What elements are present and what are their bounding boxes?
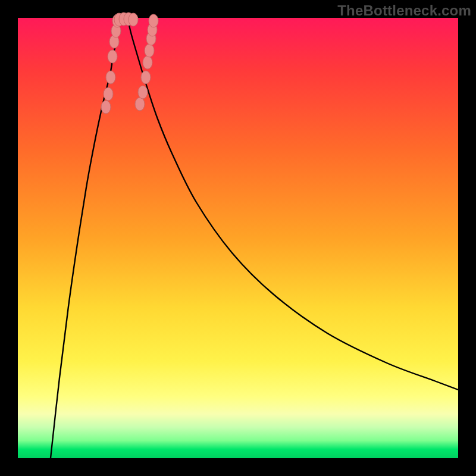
data-marker	[108, 50, 117, 63]
outer-frame: TheBottleneck.com	[0, 0, 476, 476]
data-marker	[129, 13, 138, 26]
curve-right-branch	[128, 19, 458, 390]
curve-left-branch	[51, 19, 118, 458]
watermark-text: TheBottleneck.com	[337, 2, 471, 19]
data-marker	[141, 71, 151, 84]
chart-plot-area	[18, 18, 458, 458]
data-marker	[149, 14, 158, 27]
data-marker	[106, 71, 115, 84]
data-marker	[138, 86, 148, 99]
data-marker	[143, 56, 152, 69]
data-marker	[145, 44, 154, 57]
chart-svg	[18, 18, 458, 458]
data-marker	[101, 101, 111, 114]
data-marker	[135, 98, 145, 111]
data-marker	[104, 87, 113, 101]
